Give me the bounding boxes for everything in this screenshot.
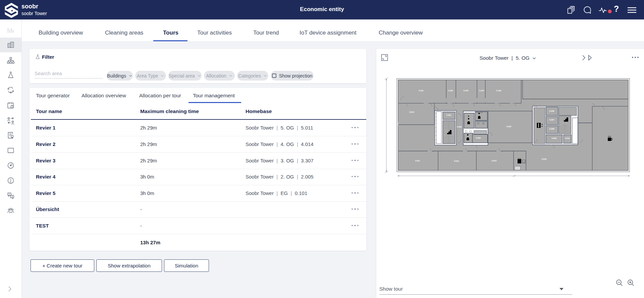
- svg-text:5.103: 5.103: [464, 90, 469, 92]
- svg-text:5.013: 5.013: [492, 160, 497, 162]
- svg-text:5.015: 5.015: [409, 111, 414, 113]
- svg-text:5.200: 5.200: [476, 137, 481, 139]
- svg-text:5.209: 5.209: [552, 137, 557, 139]
- svg-text:5.104: 5.104: [479, 90, 484, 92]
- svg-text:5.011: 5.011: [415, 160, 420, 162]
- svg-text:5.206: 5.206: [549, 110, 554, 112]
- svg-text:5.016: 5.016: [542, 158, 547, 160]
- svg-text:文: 文: [8, 193, 10, 195]
- svg-text:5.301: 5.301: [446, 114, 451, 116]
- svg-text:5.210: 5.210: [565, 137, 570, 139]
- svg-text:5.303: 5.303: [457, 126, 462, 128]
- svg-text:A: A: [11, 195, 13, 198]
- svg-text:5.012: 5.012: [454, 160, 459, 162]
- svg-text:5.102: 5.102: [448, 90, 453, 92]
- svg-text:5.205: 5.205: [506, 126, 512, 128]
- svg-text:5.105: 5.105: [496, 90, 501, 92]
- svg-text:5.208: 5.208: [549, 128, 554, 130]
- svg-text:5.207: 5.207: [549, 119, 554, 121]
- svg-text:5.101: 5.101: [419, 90, 424, 92]
